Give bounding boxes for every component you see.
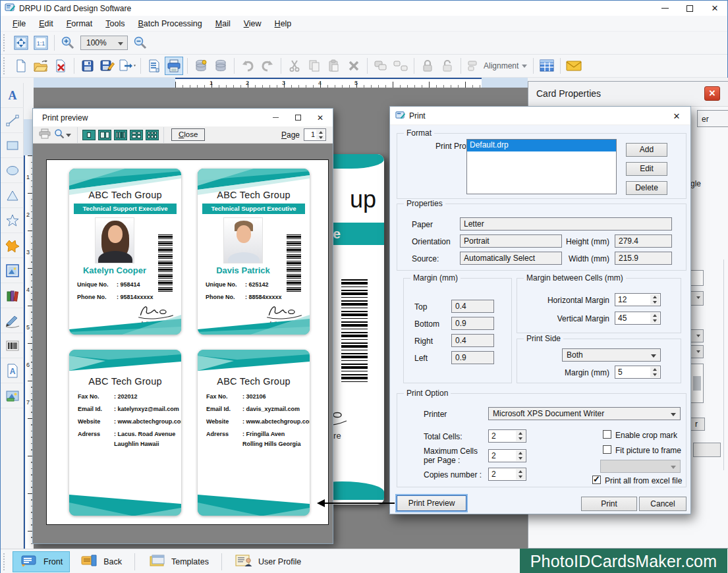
actual-size-icon[interactable]: 1:1 (32, 34, 50, 52)
text-tool-icon[interactable]: A (3, 86, 22, 105)
print-side-margin-spinner[interactable]: 5 (615, 366, 661, 379)
undo-icon[interactable] (238, 57, 257, 75)
menu-format[interactable]: Format (60, 16, 99, 32)
print-preview-icon[interactable] (145, 57, 163, 75)
total-cells-spinner[interactable]: 2 (488, 429, 526, 443)
close-button[interactable]: ✕ (702, 1, 727, 16)
print-profile-listbox[interactable]: Default.drp (466, 139, 617, 194)
panel-field-fragment[interactable] (690, 270, 704, 286)
picture-tool-icon[interactable] (3, 387, 22, 405)
panel-scrollbar-fragment[interactable] (690, 364, 704, 403)
fit-to-screen-icon[interactable] (12, 34, 30, 52)
preview-zoom-caret[interactable] (66, 134, 71, 140)
panel-combo-fragment[interactable] (690, 329, 704, 342)
copy-icon[interactable] (305, 57, 323, 75)
preview-close-window-button[interactable]: Close (171, 128, 205, 141)
star-tool-icon[interactable] (3, 211, 22, 230)
zoom-level-combo[interactable]: 100% (80, 36, 128, 50)
menu-tools[interactable]: Tools (99, 16, 131, 32)
image-frame-tool-icon[interactable] (3, 261, 22, 280)
menu-view[interactable]: View (237, 16, 268, 32)
preview-close-button[interactable]: ✕ (309, 109, 331, 126)
redo-icon[interactable] (258, 57, 277, 75)
panel-button-fragment[interactable] (693, 443, 721, 457)
line-tool-icon[interactable] (3, 111, 22, 130)
margin-bottom-field[interactable]: 0.9 (451, 317, 494, 330)
two-page-layout-icon[interactable] (98, 130, 111, 140)
preview-maximize-button[interactable] (287, 109, 309, 126)
ungroup-icon[interactable] (391, 57, 410, 75)
preview-minimize-button[interactable] (264, 109, 287, 126)
unlock-icon[interactable] (438, 57, 457, 75)
database-icon[interactable] (211, 57, 230, 75)
cut-icon[interactable] (285, 57, 304, 75)
ellipse-tool-icon[interactable] (3, 161, 22, 180)
max-cells-spinner[interactable]: 2 (488, 449, 526, 462)
templates-tab[interactable]: Templates (140, 551, 216, 572)
save-edit-icon[interactable] (98, 57, 117, 75)
new-document-icon[interactable] (12, 57, 30, 75)
custom-shape-tool-icon[interactable] (3, 236, 22, 255)
open-file-icon[interactable] (32, 57, 50, 75)
barcode-tool-icon[interactable] (3, 337, 22, 355)
panel-combo-fragment[interactable] (690, 345, 704, 358)
horizontal-margin-spinner[interactable]: 12 (615, 293, 661, 306)
enable-crop-mark-checkbox[interactable] (603, 430, 611, 439)
zoom-out-icon[interactable] (131, 34, 150, 52)
panel-combo-fragment[interactable] (690, 291, 704, 306)
margin-right-field[interactable]: 0.4 (451, 334, 494, 347)
height-field[interactable]: 279.4 (615, 234, 672, 248)
print-all-excel-checkbox[interactable] (592, 476, 601, 484)
user-profile-tab[interactable]: User Profile (227, 551, 308, 572)
rectangle-tool-icon[interactable] (3, 136, 22, 155)
mail-icon[interactable] (565, 57, 583, 75)
source-field[interactable]: Automatically Select (460, 252, 562, 265)
grid-icon[interactable] (538, 57, 556, 75)
paste-icon[interactable] (325, 57, 343, 75)
save-icon[interactable] (78, 57, 97, 75)
profile-item-selected[interactable]: Default.drp (467, 140, 616, 151)
fit-picture-checkbox[interactable] (603, 445, 611, 454)
margin-left-field[interactable]: 0.9 (451, 351, 494, 364)
maximize-button[interactable] (677, 1, 702, 16)
watermark-tool-icon[interactable]: A (3, 362, 22, 380)
print-side-combo[interactable]: Both (562, 348, 661, 362)
width-field[interactable]: 215.9 (615, 252, 672, 265)
printer-combo[interactable]: Microsoft XPS Document Writer (488, 407, 681, 420)
panel-tab-fragment[interactable]: er (697, 110, 728, 127)
alignment-dropdown[interactable]: Alignment (464, 60, 530, 72)
database-add-icon[interactable] (192, 57, 210, 75)
six-page-grid-layout-icon[interactable] (146, 130, 159, 140)
menu-help[interactable]: Help (268, 16, 298, 32)
add-button[interactable]: Add (626, 143, 667, 157)
delete-button[interactable]: Delete (626, 181, 667, 195)
menu-batch-processing[interactable]: Batch Processing (131, 16, 208, 32)
one-page-layout-icon[interactable] (82, 130, 96, 140)
edit-button[interactable]: Edit (626, 162, 667, 176)
print-icon[interactable] (165, 57, 183, 75)
print-preview-button[interactable]: Print Preview (397, 495, 466, 511)
front-tab[interactable]: Front (13, 551, 70, 572)
zoom-in-icon[interactable] (59, 34, 77, 52)
triangle-tool-icon[interactable] (3, 186, 22, 205)
delete-object-icon[interactable] (345, 57, 363, 75)
page-number-spinner[interactable]: 1 (304, 128, 326, 141)
export-icon[interactable] (118, 57, 136, 75)
menu-file[interactable]: File (6, 16, 32, 32)
library-tool-icon[interactable] (3, 286, 22, 305)
margin-top-field[interactable]: 0.4 (451, 300, 494, 313)
print-dialog-close-icon[interactable]: ✕ (668, 109, 685, 123)
menu-mail[interactable]: Mail (209, 16, 237, 32)
preview-print-icon[interactable] (39, 128, 51, 141)
four-page-strip-layout-icon[interactable] (114, 130, 127, 140)
lock-icon[interactable] (418, 57, 437, 75)
group-icon[interactable] (372, 57, 390, 75)
delete-file-icon[interactable] (51, 57, 70, 75)
menu-edit[interactable]: Edit (32, 16, 60, 32)
orientation-field[interactable]: Portrait (460, 234, 562, 248)
print-button[interactable]: Print (581, 497, 637, 511)
signature-tool-icon[interactable] (3, 312, 22, 330)
vertical-margin-spinner[interactable]: 45 (615, 312, 661, 325)
minimize-button[interactable] (652, 1, 677, 16)
cancel-button[interactable]: Cancel (639, 497, 686, 511)
